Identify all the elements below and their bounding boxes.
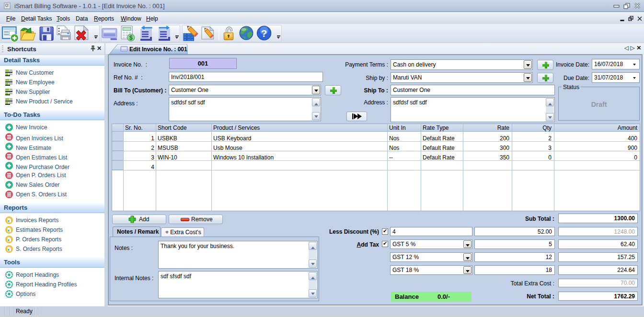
svg-text:?: ?	[261, 28, 267, 39]
svg-text:$: $	[129, 34, 133, 41]
